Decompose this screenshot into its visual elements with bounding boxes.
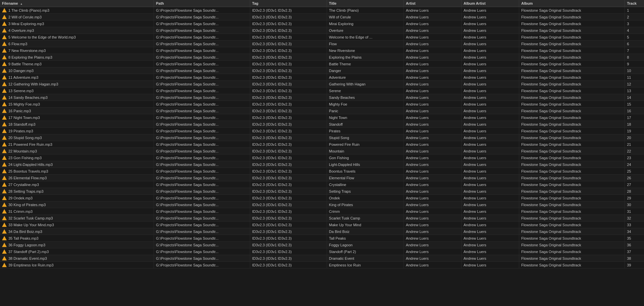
- table-row[interactable]: 33 Make Up Your Mind.mp3G:\Projects\Flow…: [0, 222, 644, 228]
- cell-tag: ID3v2.3 (ID3v1 ID3v2.3): [250, 128, 327, 134]
- cell-albumartist: Andrew Luers: [462, 148, 519, 155]
- cell-title: Scarlet Tusk Camp: [327, 215, 404, 222]
- cell-albumartist: Andrew Luers: [462, 128, 519, 134]
- cell-albumartist: Andrew Luers: [462, 175, 519, 181]
- table-row[interactable]: 15 Mighty Foe.mp3G:\Projects\Flowstone S…: [0, 101, 644, 108]
- file-table-container[interactable]: Filename ▲ Path Tag Title Artist Album A…: [0, 0, 644, 306]
- mp3-icon: [2, 216, 7, 220]
- col-header-track[interactable]: Track: [625, 0, 644, 7]
- table-row[interactable]: 3 Mirai Exploring.mp3G:\Projects\Flowsto…: [0, 20, 644, 27]
- table-row[interactable]: 4 Overture.mp3G:\Projects\Flowstone Saga…: [0, 27, 644, 34]
- cell-albumartist: Andrew Luers: [462, 27, 519, 34]
- cell-track: 21: [625, 141, 644, 148]
- table-row[interactable]: 9 Battle Theme.mp3G:\Projects\Flowstone …: [0, 61, 644, 67]
- mp3-icon: [2, 95, 7, 100]
- col-header-filename[interactable]: Filename ▲: [0, 0, 154, 7]
- cell-tag: ID3v2.3 (ID3v1 ID3v2.3): [250, 114, 327, 121]
- cell-title: Pirates: [327, 128, 404, 134]
- cell-album: Flowstone Saga Original Soundtrack: [519, 208, 625, 215]
- cell-album: Flowstone Saga Original Soundtrack: [519, 121, 625, 128]
- table-row[interactable]: 32 Scarlet Tusk Camp.mp3G:\Projects\Flow…: [0, 215, 644, 222]
- table-row[interactable]: 35 Tall Peaks.mp3G:\Projects\Flowstone S…: [0, 235, 644, 242]
- cell-artist: Andrew Luers: [404, 14, 462, 20]
- cell-tag: ID3v2.3 (ID3v1 ID3v2.3): [250, 41, 327, 47]
- table-row[interactable]: 18 Standoff.mp3G:\Projects\Flowstone Sag…: [0, 121, 644, 128]
- cell-path: G:\Projects\Flowstone Saga Soundtr...: [154, 14, 250, 20]
- table-row[interactable]: 5 Welcome to the Edge of the World.mp3G:…: [0, 34, 644, 41]
- col-header-title[interactable]: Title: [327, 0, 404, 7]
- table-row[interactable]: 2 Will of Cerule.mp3G:\Projects\Flowston…: [0, 14, 644, 20]
- col-header-albumartist[interactable]: Album Artist: [462, 0, 519, 7]
- table-row[interactable]: 39 Emptiness Ice Ruin.mp3G:\Projects\Flo…: [0, 262, 644, 268]
- filename-text: 22 Mountain.mp3: [8, 149, 37, 153]
- table-row[interactable]: 13 Serene.mp3G:\Projects\Flowstone Saga …: [0, 87, 644, 94]
- table-row[interactable]: 16 Panic.mp3G:\Projects\Flowstone Saga S…: [0, 108, 644, 114]
- cell-filename: 24 Light-Dappled Hills.mp3: [0, 161, 154, 168]
- cell-path: G:\Projects\Flowstone Saga Soundtr...: [154, 168, 250, 175]
- cell-title: Emptiness Ice Ruin: [327, 262, 404, 268]
- table-row[interactable]: 17 Night Town.mp3G:\Projects\Flowstone S…: [0, 114, 644, 121]
- col-header-artist[interactable]: Artist: [404, 0, 462, 7]
- cell-track: 18: [625, 121, 644, 128]
- table-row[interactable]: 30 King of Pirates.mp3G:\Projects\Flowst…: [0, 201, 644, 208]
- cell-track: 14: [625, 94, 644, 101]
- table-row[interactable]: 22 Mountain.mp3G:\Projects\Flowstone Sag…: [0, 148, 644, 155]
- table-row[interactable]: 25 Boontus Travels.mp3G:\Projects\Flowst…: [0, 168, 644, 175]
- cell-filename: 39 Emptiness Ice Ruin.mp3: [0, 262, 154, 268]
- cell-path: G:\Projects\Flowstone Saga Soundtr...: [154, 87, 250, 94]
- cell-album: Flowstone Saga Original Soundtrack: [519, 34, 625, 41]
- table-row[interactable]: 10 Danger.mp3G:\Projects\Flowstone Saga …: [0, 67, 644, 74]
- filename-text: 29 Ondek.mp3: [8, 196, 33, 200]
- table-row[interactable]: 20 Stupid Song.mp3G:\Projects\Flowstone …: [0, 134, 644, 141]
- cell-albumartist: Andrew Luers: [462, 20, 519, 27]
- table-row[interactable]: 21 Powered Fire Ruin.mp3G:\Projects\Flow…: [0, 141, 644, 148]
- table-row[interactable]: 24 Light-Dappled Hills.mp3G:\Projects\Fl…: [0, 161, 644, 168]
- cell-filename: 30 King of Pirates.mp3: [0, 201, 154, 208]
- cell-path: G:\Projects\Flowstone Saga Soundtr...: [154, 67, 250, 74]
- mp3-icon: [2, 115, 7, 120]
- table-row[interactable]: 12 Gathering With Hagan.mp3G:\Projects\F…: [0, 81, 644, 87]
- table-row[interactable]: 27 Crystalline.mp3G:\Projects\Flowstone …: [0, 181, 644, 188]
- cell-albumartist: Andrew Luers: [462, 188, 519, 195]
- cell-tag: ID3v2.3 (ID3v1 ID3v2.3): [250, 121, 327, 128]
- col-header-album[interactable]: Album: [519, 0, 625, 7]
- cell-path: G:\Projects\Flowstone Saga Soundtr...: [154, 181, 250, 188]
- table-row[interactable]: 6 Flow.mp3G:\Projects\Flowstone Saga Sou…: [0, 41, 644, 47]
- table-row[interactable]: 11 Adventure.mp3G:\Projects\Flowstone Sa…: [0, 74, 644, 81]
- cell-filename: 3 Mirai Exploring.mp3: [0, 20, 154, 27]
- col-header-path[interactable]: Path: [154, 0, 250, 7]
- cell-filename: 14 Sandy Beaches.mp3: [0, 94, 154, 101]
- cell-path: G:\Projects\Flowstone Saga Soundtr...: [154, 128, 250, 134]
- table-row[interactable]: 36 Foggy Lagoon.mp3G:\Projects\Flowstone…: [0, 242, 644, 248]
- table-row[interactable]: 34 Da Bird Boiz.mp3G:\Projects\Flowstone…: [0, 228, 644, 235]
- table-row[interactable]: 1 The Climb (Piano).mp3G:\Projects\Flows…: [0, 7, 644, 14]
- cell-title: Standoff: [327, 121, 404, 128]
- table-row[interactable]: 28 Setting Traps.mp3G:\Projects\Flowston…: [0, 188, 644, 195]
- cell-title: Mountain: [327, 148, 404, 155]
- cell-tag: ID3v2.3 (ID3v1 ID3v2.3): [250, 228, 327, 235]
- table-row[interactable]: 19 Pirates.mp3G:\Projects\Flowstone Saga…: [0, 128, 644, 134]
- cell-path: G:\Projects\Flowstone Saga Soundtr...: [154, 141, 250, 148]
- cell-album: Flowstone Saga Original Soundtrack: [519, 7, 625, 14]
- table-row[interactable]: 8 Exploring the Plains.mp3G:\Projects\Fl…: [0, 54, 644, 61]
- table-row[interactable]: 38 Dramatic Event.mp3G:\Projects\Flowsto…: [0, 255, 644, 262]
- table-row[interactable]: 31 Crimm.mp3G:\Projects\Flowstone Saga S…: [0, 208, 644, 215]
- cell-albumartist: Andrew Luers: [462, 114, 519, 121]
- mp3-icon: [2, 142, 7, 146]
- cell-filename: 17 Night Town.mp3: [0, 114, 154, 121]
- table-row[interactable]: 14 Sandy Beaches.mp3G:\Projects\Flowston…: [0, 94, 644, 101]
- cell-album: Flowstone Saga Original Soundtrack: [519, 61, 625, 67]
- table-row[interactable]: 23 Gon Fishing.mp3G:\Projects\Flowstone …: [0, 155, 644, 161]
- table-row[interactable]: 26 Elemental Flow.mp3G:\Projects\Flowsto…: [0, 175, 644, 181]
- cell-albumartist: Andrew Luers: [462, 168, 519, 175]
- col-header-tag[interactable]: Tag: [250, 0, 327, 7]
- cell-album: Flowstone Saga Original Soundtrack: [519, 141, 625, 148]
- cell-title: Elemental Flow: [327, 175, 404, 181]
- table-row[interactable]: 37 Standoff (Part 2).mp3G:\Projects\Flow…: [0, 248, 644, 255]
- table-row[interactable]: 29 Ondek.mp3G:\Projects\Flowstone Saga S…: [0, 195, 644, 201]
- table-row[interactable]: 7 New Riverstone.mp3G:\Projects\Flowston…: [0, 47, 644, 54]
- cell-track: 5: [625, 34, 644, 41]
- cell-artist: Andrew Luers: [404, 248, 462, 255]
- cell-filename: 25 Boontus Travels.mp3: [0, 168, 154, 175]
- mp3-icon: [2, 135, 7, 140]
